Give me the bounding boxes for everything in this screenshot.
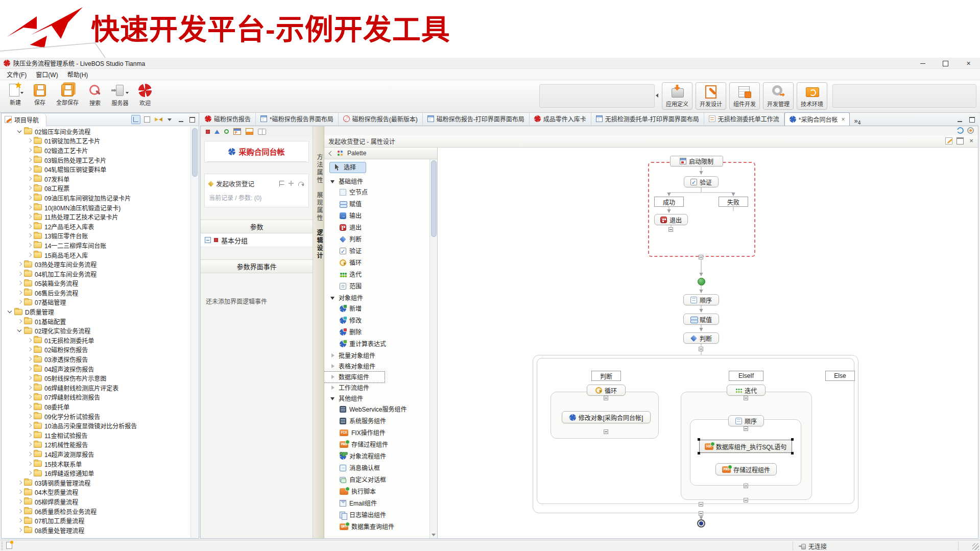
tree-item[interactable]: 02锻造工艺卡片 bbox=[2, 146, 190, 155]
expand-arrow-icon[interactable] bbox=[26, 413, 33, 420]
expand-arrow-icon[interactable] bbox=[26, 251, 33, 259]
expand-arrow-icon[interactable] bbox=[16, 498, 23, 506]
palette-item[interactable]: FIX操作组件 bbox=[324, 427, 429, 439]
editor-tab[interactable]: *磁粉探伤报告界面布局 × bbox=[256, 112, 339, 125]
editor-tab[interactable]: 磁粉探伤报告(最新版本) × bbox=[339, 112, 423, 125]
tree-item[interactable]: 01无损检测委托单 bbox=[2, 336, 190, 345]
expand-arrow-icon[interactable] bbox=[26, 232, 33, 239]
tree-item[interactable]: 07机加工质量流程 bbox=[2, 516, 190, 525]
expand-arrow-icon[interactable] bbox=[26, 346, 33, 353]
tab-close-icon[interactable]: × bbox=[841, 116, 845, 123]
palette-item[interactable]: 批量对象组件 bbox=[324, 350, 429, 361]
tree-item[interactable]: 03锻后热处理工艺卡片 bbox=[2, 155, 190, 165]
expand-arrow-icon[interactable] bbox=[26, 184, 33, 192]
branch-label-fail[interactable]: 失败 bbox=[719, 197, 748, 207]
expand-arrow-icon[interactable] bbox=[26, 384, 33, 392]
flow-canvas[interactable]: 启动限制 验证 成功 失败 退出 bbox=[438, 148, 978, 538]
flow-node-loop[interactable]: 循环 bbox=[587, 385, 626, 396]
expand-arrow-icon[interactable] bbox=[26, 432, 33, 439]
palette-item[interactable]: 数据集查询组件 bbox=[324, 521, 429, 533]
editor-tab[interactable]: 磁粉探伤报告-打印界面界面布局 × bbox=[423, 112, 530, 125]
expand-arrow-icon[interactable] bbox=[26, 137, 33, 145]
expand-arrow-icon[interactable] bbox=[26, 460, 33, 468]
collapse-handle[interactable] bbox=[699, 255, 703, 259]
tree-item[interactable]: 06售后业务流程 bbox=[2, 288, 190, 298]
group-arrow-icon[interactable] bbox=[330, 353, 336, 358]
panel-close-icon[interactable]: × bbox=[968, 137, 975, 145]
tree-item[interactable]: 08委托单 bbox=[2, 402, 190, 412]
editor-tab[interactable]: 磁粉探伤报告 × bbox=[200, 112, 256, 125]
tab-overflow[interactable]: » 4 bbox=[850, 115, 861, 126]
palette-item[interactable]: 消息确认框 bbox=[324, 463, 429, 474]
expand-arrow-icon[interactable] bbox=[26, 469, 33, 477]
collapse-handle[interactable] bbox=[744, 426, 748, 431]
toolbar-button[interactable]: 服务器 bbox=[107, 81, 133, 108]
statusbar-page-icon[interactable] bbox=[6, 542, 12, 549]
link-editor-icon[interactable] bbox=[154, 115, 163, 124]
tree-item[interactable]: 12机械性能报告 bbox=[2, 440, 190, 450]
refresh-icon[interactable] bbox=[298, 180, 304, 187]
palette-item[interactable]: 选择 bbox=[329, 162, 366, 173]
tree-item[interactable]: 06质量质检员业务流程 bbox=[2, 507, 190, 516]
flow-node-start-limit[interactable]: 启动限制 bbox=[670, 156, 723, 166]
tab-overflow-chevron[interactable]: » bbox=[854, 117, 857, 125]
filter-icon[interactable] bbox=[278, 180, 285, 187]
tree-mode-icon[interactable] bbox=[131, 115, 140, 124]
tree-item[interactable]: 07焊缝射线检测报告 bbox=[2, 393, 190, 402]
palette-item[interactable]: 对象组件 bbox=[324, 293, 429, 303]
window-close-button[interactable]: × bbox=[957, 58, 980, 69]
palette-item[interactable]: 数据库组件 bbox=[324, 372, 385, 382]
tree-item[interactable]: 07基础管理 bbox=[2, 298, 190, 307]
flow-node-modify-object[interactable]: 修改对象[采购合同台帐] bbox=[562, 411, 651, 423]
tree-item[interactable]: D质量管理 bbox=[2, 307, 190, 317]
dropdown-arrow-icon[interactable] bbox=[20, 92, 23, 94]
tree-item[interactable]: 12产品毛坯入库表 bbox=[2, 222, 190, 231]
menu-item[interactable]: 文件(F) bbox=[2, 69, 31, 80]
tree-item[interactable]: 08工程票 bbox=[2, 184, 190, 194]
flow-end-node[interactable] bbox=[697, 519, 705, 528]
flow-node-assign[interactable]: 赋值 bbox=[683, 314, 719, 325]
expand-arrow-icon[interactable] bbox=[26, 355, 33, 363]
palette-item[interactable]: 自定义对话框 bbox=[324, 474, 429, 486]
triangle-icon[interactable] bbox=[214, 130, 220, 134]
params-section-header[interactable]: 参数 bbox=[201, 220, 313, 233]
palette-item[interactable]: 表格对象组件 bbox=[324, 361, 429, 372]
globe-icon[interactable] bbox=[967, 127, 974, 134]
tree-item[interactable]: 16焊缝返修通知单 bbox=[2, 468, 190, 478]
tree-item[interactable]: 03渗透探伤报告 bbox=[2, 354, 190, 364]
palette-item[interactable]: 重计算表达式 bbox=[324, 339, 429, 350]
tree-item[interactable]: 02磁粉探伤报告 bbox=[2, 345, 190, 355]
palette-item[interactable]: 删除 bbox=[324, 327, 429, 339]
expand-arrow-icon[interactable] bbox=[16, 260, 23, 268]
editor-minimize-icon[interactable] bbox=[955, 115, 964, 124]
collapse-icon[interactable] bbox=[205, 237, 211, 243]
form-window-icon[interactable] bbox=[233, 128, 241, 135]
collapse-handle[interactable] bbox=[604, 396, 608, 400]
palette-item[interactable]: 对象流程组件 bbox=[324, 451, 429, 463]
flow-node-sequence-1[interactable]: 顺序 bbox=[683, 294, 719, 305]
tree-item[interactable]: 05射线探伤布片示意图 bbox=[2, 373, 190, 383]
window-minimize-button[interactable] bbox=[911, 58, 934, 69]
expand-arrow-icon[interactable] bbox=[16, 517, 23, 524]
palette-item[interactable]: 工作流组件 bbox=[324, 382, 429, 393]
palette-item[interactable]: WebService服务组件 bbox=[324, 404, 429, 416]
toolbar-button[interactable]: 新建 bbox=[3, 81, 28, 107]
editor-tab[interactable]: 无损检测委托单-打印界面界面布局 × bbox=[591, 112, 704, 125]
expand-arrow-icon[interactable] bbox=[26, 165, 33, 173]
tree-item[interactable]: 02锻压车间业务流程 bbox=[2, 127, 190, 136]
resize-grip[interactable] bbox=[972, 543, 979, 550]
expand-arrow-icon[interactable] bbox=[16, 327, 23, 334]
tree-item[interactable]: 04机加工车间业务流程 bbox=[2, 269, 190, 279]
tree-item[interactable]: 15商品毛坯入库 bbox=[2, 250, 190, 260]
branch-label-else[interactable]: Else bbox=[825, 371, 855, 381]
collapse-handle[interactable] bbox=[604, 429, 608, 434]
flow-node-judge[interactable]: 判断 bbox=[683, 332, 719, 344]
dialog-window-icon[interactable] bbox=[246, 128, 253, 135]
collapse-all-icon[interactable] bbox=[142, 115, 152, 124]
tree-item[interactable]: 03铸钢质量管理流程 bbox=[2, 478, 190, 488]
editor-maximize-icon[interactable] bbox=[967, 115, 976, 124]
flow-node-sql[interactable]: 数据库组件_执行SQL语句 bbox=[699, 440, 792, 453]
group-arrow-icon[interactable] bbox=[330, 375, 336, 380]
expand-arrow-icon[interactable] bbox=[26, 441, 33, 448]
dropdown-arrow-icon[interactable] bbox=[126, 92, 129, 94]
